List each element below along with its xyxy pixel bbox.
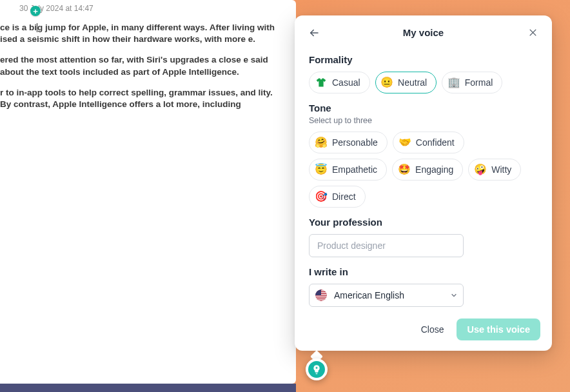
formality-options: Casual 😐 Neutral 🏢 Formal (309, 72, 538, 93)
close-button[interactable] (525, 25, 540, 41)
heart-eyes-icon: 🤩 (398, 163, 411, 176)
use-voice-button[interactable]: Use this voice (457, 318, 540, 340)
chip-label: Confident (416, 138, 455, 147)
handshake-icon: 🤝 (398, 136, 411, 149)
svg-rect-8 (315, 296, 327, 297)
chip-label: Formal (465, 78, 493, 87)
tone-engaging[interactable]: 🤩 Engaging (392, 159, 463, 181)
formality-label: Formality (309, 54, 538, 65)
tone-direct[interactable]: 🎯 Direct (309, 186, 366, 208)
tone-empathetic[interactable]: 😇 Empathetic (309, 159, 387, 181)
document-pane: 30 July 2024 at 14:47 + ce is a big jump… (0, 0, 296, 384)
chip-label: Engaging (415, 165, 453, 174)
bulb-icon (311, 364, 322, 375)
modal-title: My voice (403, 27, 444, 38)
chip-label: Casual (332, 78, 360, 87)
profession-label: Your profession (309, 217, 538, 228)
add-badge[interactable]: + (30, 6, 41, 16)
tone-witty[interactable]: 🤪 Witty (468, 159, 521, 181)
language-label: I write in (309, 266, 538, 277)
formality-neutral[interactable]: 😐 Neutral (375, 72, 437, 93)
chip-label: Witty (491, 165, 511, 174)
modal-header: My voice (295, 15, 552, 50)
language-select-wrap: American English (309, 284, 464, 307)
dart-icon: 🎯 (315, 190, 328, 203)
back-button[interactable] (306, 25, 322, 41)
close-icon (528, 28, 538, 37)
zany-icon: 🤪 (474, 163, 487, 176)
formality-formal[interactable]: 🏢 Formal (442, 72, 503, 93)
neutral-face-icon: 😐 (380, 76, 393, 89)
assistant-fab[interactable] (306, 358, 328, 380)
tone-sublabel: Select up to three (309, 116, 538, 125)
paragraph: r to in-app tools to help correct spelli… (0, 87, 286, 110)
chip-label: Empathetic (332, 165, 377, 174)
hug-icon: 🤗 (315, 136, 328, 149)
svg-rect-9 (315, 297, 327, 298)
document-date: 30 July 2024 at 14:47 (19, 4, 286, 13)
tone-label: Tone (309, 103, 538, 113)
back-arrow-icon (308, 27, 320, 39)
profession-input[interactable] (309, 234, 464, 257)
document-body[interactable]: ce is a big jump for Apple, in many diff… (0, 22, 286, 110)
modal-footer: Close Use this voice (295, 311, 552, 351)
tone-options: 🤗 Personable 🤝 Confident 😇 Empathetic 🤩 … (309, 132, 538, 208)
chip-label: Direct (332, 192, 356, 201)
office-icon: 🏢 (447, 76, 460, 89)
close-text-button[interactable]: Close (417, 319, 448, 340)
us-flag-icon (315, 289, 327, 301)
language-select[interactable]: American English (309, 284, 464, 307)
formality-casual[interactable]: Casual (309, 72, 370, 93)
tshirt-icon (315, 76, 328, 89)
text-fragment: g jump for Apple, in many different ways… (0, 23, 275, 44)
chip-label: Personable (332, 138, 378, 147)
my-voice-modal: My voice Formality Casual 😐 Neutral 🏢 Fo… (295, 15, 552, 351)
chip-label: Neutral (398, 78, 427, 87)
modal-body: Formality Casual 😐 Neutral 🏢 Formal Tone… (295, 50, 552, 311)
app-bottom-bar (0, 384, 296, 392)
tone-confident[interactable]: 🤝 Confident (393, 132, 464, 153)
text-fragment: ce is a bi (0, 23, 37, 32)
tone-personable[interactable]: 🤗 Personable (309, 132, 388, 153)
paragraph: ered the most attention so far, with Sir… (0, 54, 286, 77)
halo-icon: 😇 (315, 163, 328, 176)
paragraph: ce is a big jump for Apple, in many diff… (0, 22, 286, 45)
